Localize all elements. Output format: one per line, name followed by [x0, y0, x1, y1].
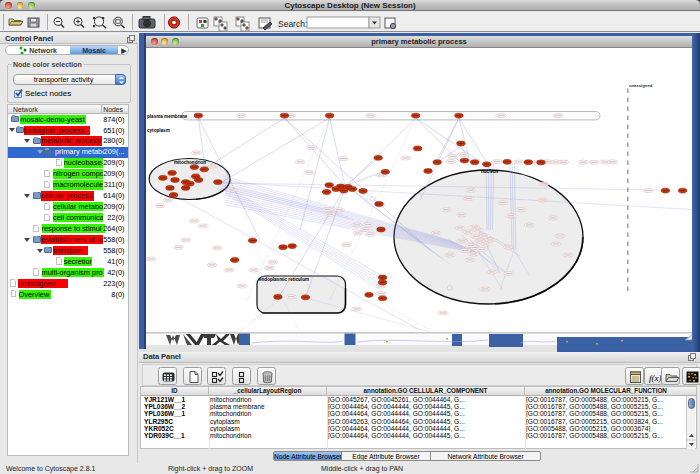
svg-text:nucleus: nucleus	[481, 169, 499, 174]
svg-text:f(x): f(x)	[649, 373, 662, 383]
svg-text:cytoplasm: cytoplasm	[147, 128, 170, 133]
svg-text:endoplasmic reticulum: endoplasmic reticulum	[259, 277, 309, 282]
svg-text:unassigned: unassigned	[629, 83, 653, 88]
svg-text:Search:: Search:	[278, 19, 307, 29]
svg-text:mitochondrion: mitochondrion	[174, 160, 206, 165]
svg-text:plasma membrane: plasma membrane	[147, 114, 188, 119]
